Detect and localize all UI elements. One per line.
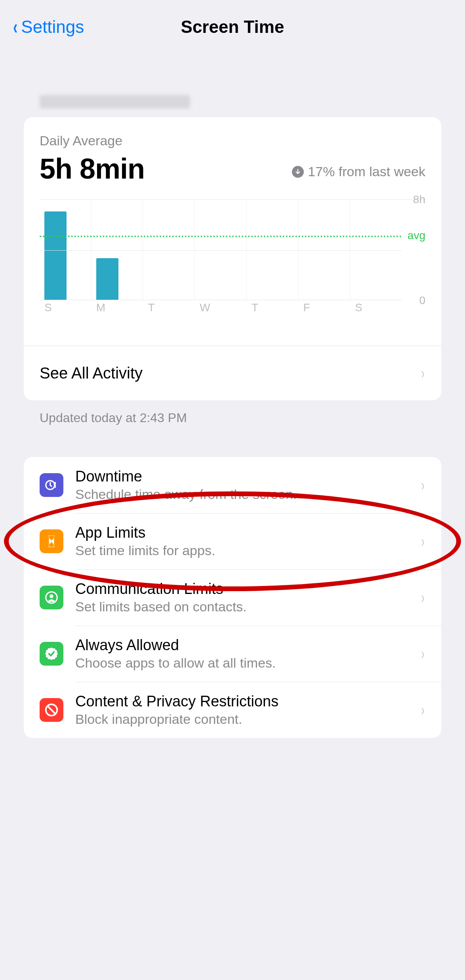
person-circle-icon [40, 586, 63, 609]
chart-day-column: F [298, 200, 350, 300]
menu-row-subtitle: Block inappropriate content. [75, 712, 408, 727]
chart-bar [96, 258, 118, 300]
chevron-right-icon: › [421, 533, 424, 550]
avg-label: avg [408, 229, 425, 242]
device-name-redacted [40, 95, 190, 108]
navigation-bar: ‹ Settings Screen Time [0, 0, 465, 48]
menu-row-title: Content & Privacy Restrictions [75, 693, 408, 710]
see-all-activity-button[interactable]: See All Activity › [24, 346, 441, 400]
chart-day-label: S [44, 301, 52, 314]
chart-day-label: W [200, 301, 210, 314]
screen-time-menu: DowntimeSchedule time away from the scre… [24, 457, 441, 738]
chart-day-column: W [194, 200, 246, 300]
see-all-activity-label: See All Activity [40, 364, 143, 382]
chart-day-column: T [143, 200, 194, 300]
daily-average-value: 5h 8min [40, 152, 145, 185]
menu-row-subtitle: Set time limits for apps. [75, 543, 408, 558]
chart-day-column: S [350, 200, 402, 300]
menu-row-subtitle: Schedule time away from the screen. [75, 487, 408, 502]
chevron-right-icon: › [421, 701, 424, 719]
y-axis-top-label: 8h [413, 193, 425, 206]
chevron-right-icon: › [421, 645, 424, 663]
chart-bar [44, 211, 67, 300]
weekly-change: 17% from last week [292, 164, 425, 179]
menu-row-title: Downtime [75, 468, 408, 485]
menu-row-app-limits[interactable]: App LimitsSet time limits for apps.› [24, 513, 441, 569]
menu-row-always-allowed[interactable]: Always AllowedChoose apps to allow at al… [24, 626, 441, 682]
chart-day-column: M [91, 200, 143, 300]
menu-row-subtitle: Set limits based on contacts. [75, 599, 408, 615]
last-updated-text: Updated today at 2:43 PM [40, 411, 425, 425]
weekly-change-text: 17% from last week [308, 164, 425, 179]
chart-day-label: F [303, 301, 310, 314]
menu-row-communication-limits[interactable]: Communication LimitsSet limits based on … [24, 569, 441, 626]
usage-chart: SMTWTFS 8h0avg [40, 199, 425, 326]
chart-day-column: T [246, 200, 298, 300]
usage-summary-card: Daily Average 5h 8min 17% from last week… [24, 117, 441, 400]
chevron-right-icon: › [421, 364, 424, 382]
chart-day-label: T [148, 301, 154, 314]
menu-row-downtime[interactable]: DowntimeSchedule time away from the scre… [24, 457, 441, 513]
back-button[interactable]: ‹ Settings [12, 17, 84, 37]
chart-day-column: S [40, 200, 91, 300]
menu-row-title: App Limits [75, 524, 408, 541]
back-label: Settings [21, 17, 84, 37]
chart-day-label: M [96, 301, 105, 314]
chart-day-label: S [355, 301, 362, 314]
menu-row-title: Always Allowed [75, 637, 408, 654]
chevron-left-icon: ‹ [13, 17, 17, 37]
no-entry-icon [40, 698, 63, 722]
check-badge-icon [40, 642, 63, 666]
down-arrow-icon [292, 166, 304, 178]
menu-row-content-privacy-restrictions[interactable]: Content & Privacy RestrictionsBlock inap… [24, 682, 441, 738]
menu-row-title: Communication Limits [75, 580, 408, 598]
chevron-right-icon: › [421, 476, 424, 494]
menu-row-subtitle: Choose apps to allow at all times. [75, 655, 408, 671]
hourglass-icon [40, 529, 63, 553]
chart-day-label: T [252, 301, 258, 314]
chevron-right-icon: › [421, 589, 424, 607]
daily-average-label: Daily Average [40, 133, 425, 148]
clock-pause-icon [40, 473, 63, 497]
y-axis-bottom-label: 0 [419, 294, 425, 307]
